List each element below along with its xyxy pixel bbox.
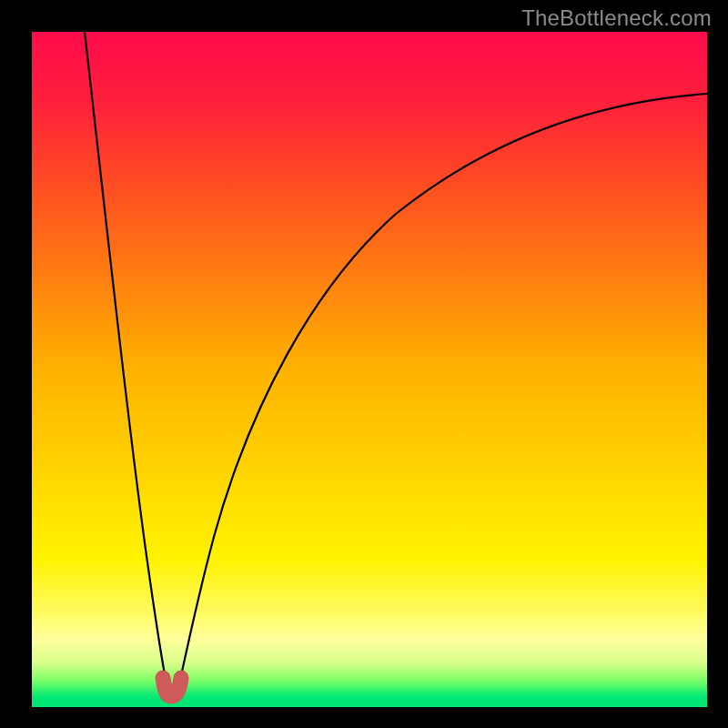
optimum-marker xyxy=(163,678,181,696)
chart-frame: TheBottleneck.com xyxy=(0,0,728,728)
curve-left-branch xyxy=(85,32,168,693)
watermark-text: TheBottleneck.com xyxy=(521,5,712,31)
bottleneck-curve xyxy=(32,32,707,707)
curve-right-branch xyxy=(177,94,707,693)
plot-area xyxy=(32,32,707,707)
